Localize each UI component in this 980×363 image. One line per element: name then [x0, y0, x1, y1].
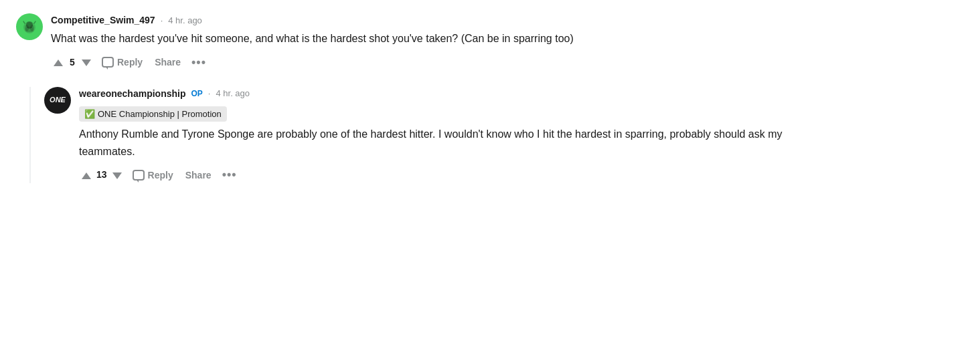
- svg-line-5: [23, 21, 25, 23]
- downvote-arrow-icon: [82, 55, 91, 70]
- reply-thread: ONE weareonechampionship OP · 4 hr. ago …: [29, 87, 964, 184]
- comment-2-username: weareonechampionship: [79, 87, 185, 101]
- comment-1-dot: ·: [161, 14, 163, 27]
- comment-1-vote-area: 5: [51, 54, 94, 71]
- comment-2-body: weareonechampionship OP · 4 hr. ago ✅ ON…: [79, 87, 815, 184]
- comment-1-upvote-button[interactable]: [51, 54, 66, 71]
- comment-2-text: Anthony Rumble and Tyrone Sponge are pro…: [79, 126, 815, 160]
- comment-2-actions: 13 Reply Share •••: [79, 166, 815, 183]
- comment-2-downvote-button[interactable]: [110, 166, 125, 183]
- comment-1-vote-count: 5: [68, 55, 76, 70]
- upvote-arrow-icon-2: [82, 168, 91, 182]
- comment-1-text: What was the hardest you've hit someone,…: [51, 30, 787, 47]
- comment-1-body: Competitive_Swim_497 · 4 hr. ago What wa…: [51, 13, 964, 71]
- comment-1-username: Competitive_Swim_497: [51, 13, 155, 27]
- comment-2-timestamp: 4 hr. ago: [216, 87, 250, 100]
- more-dots-icon: •••: [191, 55, 206, 69]
- comment-1-reply-label: Reply: [117, 57, 143, 68]
- comment-1-reply-button[interactable]: Reply: [98, 54, 147, 70]
- comment-2-upvote-button[interactable]: [79, 166, 94, 183]
- comment-2-vote-count: 13: [96, 168, 107, 182]
- comment-2-header: weareonechampionship OP · 4 hr. ago: [79, 87, 815, 101]
- comment-1-share-label: Share: [155, 57, 181, 68]
- comment-1-share-button[interactable]: Share: [151, 54, 185, 70]
- comment-2-share-label: Share: [185, 170, 212, 180]
- comment-2-dot: ·: [208, 87, 211, 100]
- svg-line-6: [34, 21, 35, 23]
- upvote-arrow-icon: [54, 55, 63, 70]
- avatar-weareonechampionship: ONE: [44, 87, 71, 114]
- flair-emoji: ✅: [84, 108, 95, 121]
- comment-2-reply-label: Reply: [148, 170, 173, 180]
- comment-1-more-button[interactable]: •••: [189, 54, 209, 71]
- avatar-competitive-swim: [16, 13, 43, 40]
- comment-2: ONE weareonechampionship OP · 4 hr. ago …: [44, 87, 815, 184]
- comment-2-flair: ✅ ONE Championship | Promotion: [79, 106, 227, 122]
- reply-icon-2: [133, 170, 145, 180]
- comment-1: Competitive_Swim_497 · 4 hr. ago What wa…: [16, 13, 964, 71]
- comment-2-share-button[interactable]: Share: [181, 167, 216, 183]
- comment-2-reply-button[interactable]: Reply: [129, 167, 177, 183]
- reply-icon: [102, 57, 114, 68]
- flair-text: ONE Championship | Promotion: [98, 108, 222, 121]
- comment-2-more-button[interactable]: •••: [220, 166, 240, 183]
- comment-1-downvote-button[interactable]: [79, 54, 94, 71]
- downvote-arrow-icon-2: [112, 168, 122, 182]
- more-dots-icon-2: •••: [222, 168, 237, 181]
- comment-2-vote-area: 13: [79, 166, 125, 183]
- comment-1-header: Competitive_Swim_497 · 4 hr. ago: [51, 13, 964, 27]
- comment-1-timestamp: 4 hr. ago: [168, 14, 202, 27]
- comment-2-op-badge: OP: [191, 88, 202, 100]
- comment-1-actions: 5 Reply Share •••: [51, 54, 964, 71]
- one-logo-text: ONE: [50, 96, 66, 104]
